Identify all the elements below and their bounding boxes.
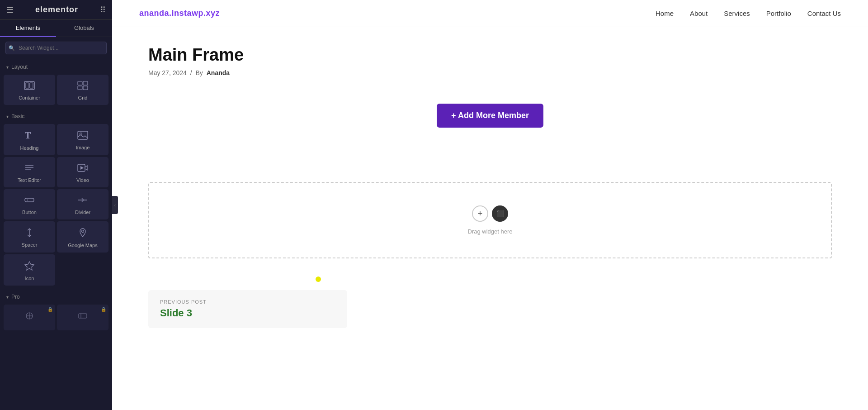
container-label: Container (19, 95, 40, 100)
post-nav-title: Slide 3 (160, 307, 335, 319)
basic-widget-grid: T Heading Image Text Editor (0, 122, 112, 289)
widget-video[interactable]: Video (57, 157, 108, 187)
widget-image[interactable]: Image (57, 124, 108, 155)
nav-services[interactable]: Services (724, 10, 750, 17)
pro-widget-1[interactable]: 🔒 (4, 305, 55, 330)
svg-rect-3 (78, 81, 82, 85)
nav-home[interactable]: Home (656, 10, 674, 17)
widget-divider[interactable]: Divider (57, 189, 108, 219)
button-label: Button (22, 210, 37, 215)
pro-lock-1: 🔒 (47, 307, 53, 312)
top-nav: ananda.instawp.xyz Home About Services P… (112, 0, 868, 27)
video-icon (77, 163, 88, 175)
button-icon (24, 195, 35, 207)
widget-icon[interactable]: Icon (4, 254, 55, 286)
svg-rect-15 (25, 198, 34, 202)
widget-heading[interactable]: T Heading (4, 124, 55, 155)
pro-widget-1-icon (24, 311, 34, 323)
svg-rect-24 (79, 314, 87, 318)
meta-date: May 27, 2024 (148, 69, 187, 76)
video-label: Video (76, 177, 89, 183)
icon-widget-icon (24, 261, 35, 273)
drop-hint: Drag widget here (468, 228, 513, 235)
meta-by: By (196, 69, 203, 76)
layout-section-label: Layout (0, 59, 112, 73)
google-maps-icon (77, 228, 88, 240)
divider-icon (77, 195, 88, 207)
pro-widget-2[interactable]: 🔒 (57, 305, 108, 330)
nav-logo[interactable]: ananda.instawp.xyz (139, 9, 220, 18)
svg-point-19 (82, 230, 84, 233)
heading-icon: T (24, 130, 35, 143)
heading-label: Heading (20, 145, 39, 151)
add-member-button[interactable]: + Add More Member (437, 104, 543, 128)
pro-widget-2-icon (78, 311, 88, 323)
svg-rect-1 (26, 83, 29, 88)
tab-elements[interactable]: Elements (0, 20, 56, 37)
sidebar: ☰ elementor ⠿ Elements Globals Layout Co… (0, 0, 112, 410)
page-meta: May 27, 2024 / By Ananda (148, 69, 832, 76)
text-editor-label: Text Editor (18, 177, 41, 183)
widget-text-editor[interactable]: Text Editor (4, 157, 55, 187)
svg-rect-8 (78, 131, 88, 139)
sidebar-wrapper: ☰ elementor ⠿ Elements Globals Layout Co… (0, 0, 112, 410)
icon-label: Icon (25, 276, 34, 281)
svg-text:T: T (25, 130, 31, 140)
google-maps-label: Google Maps (68, 243, 97, 248)
spacer-label: Spacer (22, 242, 38, 248)
svg-rect-4 (83, 81, 88, 85)
pro-widget-grid: 🔒 🔒 (0, 303, 112, 334)
grid-label: Grid (78, 95, 88, 100)
widget-button[interactable]: Button (4, 189, 55, 219)
drop-add-button[interactable]: + (472, 205, 488, 222)
nav-links: Home About Services Portfolio Contact Us (656, 10, 841, 18)
post-nav-label: PREVIOUS POST (160, 299, 335, 305)
meta-sep: / (190, 69, 192, 76)
widget-grid[interactable]: Grid (57, 75, 108, 105)
layout-widget-grid: Container Grid (0, 73, 112, 109)
search-input[interactable] (5, 42, 107, 54)
widget-spacer[interactable]: Spacer (4, 221, 55, 253)
nav-about[interactable]: About (690, 10, 708, 17)
basic-section-label: Basic (0, 109, 112, 122)
sidebar-tabs: Elements Globals (0, 20, 112, 37)
svg-point-16 (27, 200, 28, 200)
nav-contact[interactable]: Contact Us (807, 10, 841, 17)
nav-portfolio[interactable]: Portfolio (766, 10, 791, 17)
drop-zone-buttons: + ⬛ (472, 205, 508, 222)
tab-globals[interactable]: Globals (56, 20, 112, 37)
drop-template-button[interactable]: ⬛ (492, 205, 508, 222)
svg-marker-14 (80, 166, 84, 170)
page-content: Main Frame May 27, 2024 / By Ananda + Ad… (112, 27, 868, 410)
page-title: Main Frame (148, 45, 832, 65)
grid-icon-widget (77, 81, 88, 92)
image-label: Image (76, 145, 90, 150)
text-editor-icon (24, 163, 35, 175)
drop-zone: + ⬛ Drag widget here (148, 182, 832, 258)
hamburger-icon[interactable]: ☰ (6, 5, 14, 15)
spacer-icon (24, 228, 35, 239)
svg-rect-2 (30, 83, 33, 88)
svg-marker-20 (25, 262, 34, 270)
svg-rect-6 (83, 86, 88, 90)
sidebar-logo: elementor (35, 5, 78, 14)
widget-google-maps[interactable]: Google Maps (57, 221, 108, 253)
widget-container[interactable]: Container (4, 75, 55, 105)
meta-author: Ananda (207, 69, 230, 76)
svg-point-9 (80, 133, 82, 135)
grid-icon[interactable]: ⠿ (100, 5, 106, 15)
sidebar-header: ☰ elementor ⠿ (0, 0, 112, 20)
cursor-indicator (316, 277, 321, 282)
collapse-handle[interactable]: ‹ (112, 196, 118, 214)
container-icon (24, 81, 35, 92)
pro-section-label: Pro (0, 289, 112, 303)
divider-label: Divider (75, 210, 90, 215)
svg-rect-5 (78, 86, 82, 90)
post-nav-card[interactable]: PREVIOUS POST Slide 3 (148, 290, 347, 328)
pro-lock-2: 🔒 (101, 307, 106, 312)
sidebar-search (0, 37, 112, 59)
image-icon (77, 131, 88, 142)
main-area: ananda.instawp.xyz Home About Services P… (112, 0, 868, 410)
